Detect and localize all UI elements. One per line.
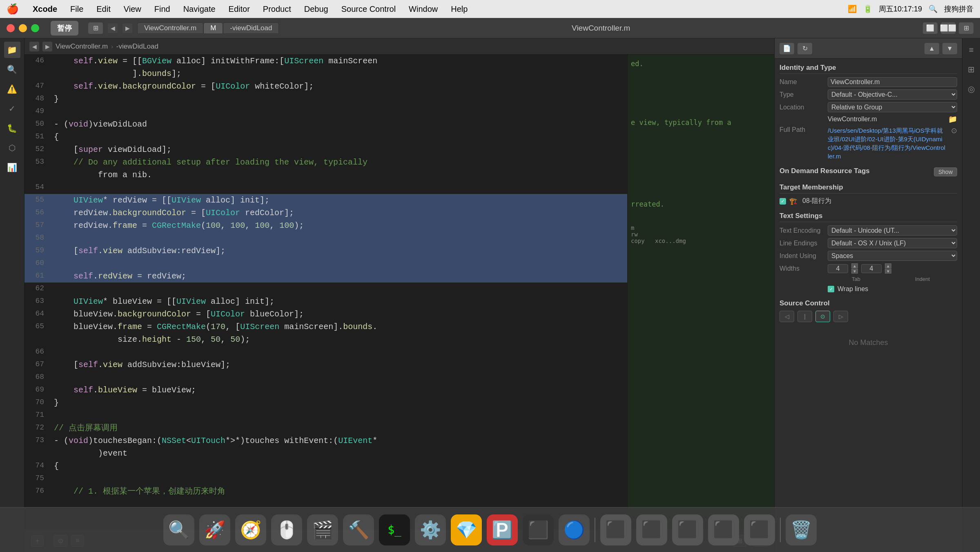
indent-width-stepper[interactable]: ▲ ▼	[885, 263, 891, 274]
dock-paw[interactable]: 🅿️	[487, 514, 518, 545]
code-line[interactable]: 51{	[24, 131, 627, 143]
inspector-refresh-btn[interactable]: ↻	[797, 43, 812, 54]
code-line[interactable]: 65 blueView.frame = CGRectMake(170, [UIS…	[24, 321, 627, 333]
dock-app1[interactable]: ⬛	[523, 514, 554, 545]
navigator-toggle[interactable]: ⊞	[88, 22, 103, 34]
code-line[interactable]: 74{	[24, 460, 627, 472]
wrap-lines-checkbox[interactable]: ✓	[828, 286, 834, 292]
code-line[interactable]: 52 [super viewDidLoad];	[24, 143, 627, 156]
tab-width-down[interactable]: ▼	[851, 269, 858, 274]
minimize-button[interactable]	[19, 24, 27, 32]
indent-using-select[interactable]: Spaces	[828, 251, 957, 261]
dock-mouse[interactable]: 🖱️	[271, 514, 302, 545]
menu-editor[interactable]: Editor	[226, 4, 252, 15]
code-line[interactable]: 67 [self.view addSubview:blueView];	[24, 358, 627, 371]
dock-app5[interactable]: ⬛	[708, 514, 739, 545]
dock-finder[interactable]: 🔍	[163, 514, 194, 545]
inspector-file-btn[interactable]: 📄	[780, 43, 794, 54]
code-line[interactable]: 66	[24, 346, 627, 358]
code-line[interactable]: 59 [self.view addSubview:redView];	[24, 245, 627, 257]
encoding-select[interactable]: Default - Unicode (UT...	[828, 225, 957, 236]
indent-width-up[interactable]: ▲	[885, 263, 891, 268]
code-line[interactable]: 64 blueView.backgroundColor = [UIColor b…	[24, 308, 627, 321]
code-line[interactable]: size.height - 150, 50, 50);	[24, 333, 627, 346]
dock-xcode[interactable]: 🔨	[343, 514, 374, 545]
folder-icon[interactable]: 📁	[948, 115, 957, 124]
code-line[interactable]: 75	[24, 472, 627, 485]
dock-media[interactable]: 🔵	[559, 514, 590, 545]
menu-file[interactable]: File	[68, 4, 86, 15]
sc-btn-1[interactable]: ◁	[780, 311, 794, 322]
code-line[interactable]: 76 // 1. 根据某一个苹果，创建动历来时角	[24, 485, 627, 498]
reveal-icon[interactable]: ⊙	[951, 126, 957, 135]
dock-dvd[interactable]: 🎬	[307, 514, 338, 545]
code-line[interactable]: 61 self.redView = redView;	[24, 270, 627, 283]
inspector-toggle[interactable]: ⊞	[959, 22, 973, 34]
code-line[interactable]: 58	[24, 232, 627, 245]
code-line[interactable]: 55 UIView* redView = [[UIView alloc] ini…	[24, 194, 627, 207]
sidebar-reports-icon[interactable]: 📊	[4, 159, 20, 176]
forward-arrow[interactable]: ▶	[122, 23, 132, 33]
code-line[interactable]: 63 UIView* blueView = [[UIView alloc] in…	[24, 295, 627, 308]
menu-navigate[interactable]: Navigate	[181, 4, 218, 15]
breadcrumb-method[interactable]: -viewDidLoad	[116, 42, 158, 51]
code-line[interactable]: 49	[24, 105, 627, 118]
code-line[interactable]: 46 self.view = [[BGView alloc] initWithF…	[24, 55, 627, 67]
dock-trash[interactable]: 🗑️	[786, 514, 817, 545]
tab-width-up[interactable]: ▲	[851, 263, 858, 268]
dock-sketch[interactable]: 💎	[451, 514, 482, 545]
code-line[interactable]: 48}	[24, 93, 627, 105]
breadcrumb-back[interactable]: ◀	[29, 42, 39, 51]
sidebar-tests-icon[interactable]: ✓	[4, 100, 20, 117]
editor-layout-btn2[interactable]: ⬜⬜	[941, 22, 956, 34]
code-line[interactable]: 60	[24, 257, 627, 270]
sidebar-issues-icon[interactable]: ⚠️	[4, 81, 20, 97]
menu-debug[interactable]: Debug	[302, 4, 331, 15]
sidebar-debug-icon[interactable]: 🐛	[4, 120, 20, 136]
menu-edit[interactable]: Edit	[94, 4, 113, 15]
maximize-button[interactable]	[31, 24, 39, 32]
location-select[interactable]: Relative to Group	[828, 102, 957, 112]
breadcrumb-file[interactable]: ViewController.m	[56, 42, 108, 51]
code-line[interactable]: 57 redView.frame = CGRectMake(100, 100, …	[24, 219, 627, 232]
code-line[interactable]: 50- (void)viewDidLoad	[24, 118, 627, 131]
pause-button[interactable]: 暂停	[51, 21, 78, 36]
dock-app6[interactable]: ⬛	[744, 514, 775, 545]
dock-safari[interactable]: 🧭	[235, 514, 266, 545]
dock-terminal[interactable]: $_	[379, 514, 410, 545]
dock-settings[interactable]: ⚙️	[415, 514, 446, 545]
name-input[interactable]	[828, 77, 957, 87]
code-line[interactable]: 54	[24, 181, 627, 194]
inspector-down-btn[interactable]: ▼	[942, 43, 957, 54]
code-line[interactable]: from a nib.	[24, 169, 627, 181]
back-arrow[interactable]: ◀	[108, 23, 118, 33]
search-icon[interactable]: 🔍	[929, 4, 938, 13]
sc-btn-4[interactable]: ▷	[833, 311, 848, 322]
tab-viewcontroller-m[interactable]: ViewController.m	[137, 22, 203, 34]
inspector-up-btn[interactable]: ▲	[924, 43, 939, 54]
sidebar-breakpoints-icon[interactable]: ⬡	[4, 140, 20, 156]
menu-find[interactable]: Find	[152, 4, 173, 15]
code-line[interactable]: 73- (void)touchesBegan:(NSSet<UITouch*>*…	[24, 434, 627, 447]
dock-app4[interactable]: ⬛	[672, 514, 703, 545]
menu-product[interactable]: Product	[261, 4, 294, 15]
target-checkbox[interactable]: ✓	[780, 198, 786, 205]
code-line[interactable]: 71	[24, 409, 627, 422]
code-line[interactable]: 70}	[24, 396, 627, 409]
right-sidebar-btn1[interactable]: ≡	[963, 42, 980, 58]
sidebar-navigator-icon[interactable]: 📁	[4, 42, 20, 58]
menu-window[interactable]: Window	[406, 4, 440, 15]
editor-layout-btn1[interactable]: ⬜	[923, 22, 938, 34]
tab-width-stepper[interactable]: ▲ ▼	[851, 263, 858, 274]
right-sidebar-btn2[interactable]: ⊞	[963, 61, 980, 78]
indent-width-input[interactable]	[861, 264, 882, 273]
code-line[interactable]: 72// 点击屏幕调用	[24, 422, 627, 434]
breadcrumb-forward[interactable]: ▶	[42, 42, 52, 51]
code-line[interactable]: 69 self.blueView = blueView;	[24, 384, 627, 396]
code-line[interactable]: 68	[24, 371, 627, 384]
sc-btn-3[interactable]: ⊙	[815, 311, 830, 322]
show-button[interactable]: Show	[934, 167, 957, 176]
right-sidebar-btn3[interactable]: ◎	[963, 81, 980, 97]
type-select[interactable]: Default - Objective-C...	[828, 89, 957, 100]
dock-launchpad[interactable]: 🚀	[199, 514, 230, 545]
